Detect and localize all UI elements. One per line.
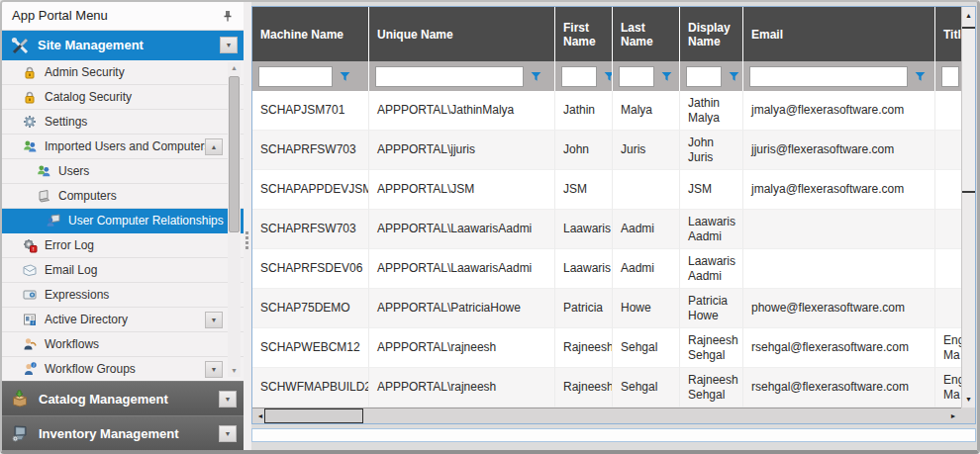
table-row[interactable]: SCHAPRFSW703APPPORTAL\jjurisJohnJurisJoh…: [252, 131, 961, 170]
table-row[interactable]: SCHAPWEBCM12APPPORTAL\rajneeshRajneeshSe…: [252, 328, 961, 368]
cell-text: SCHAPRFSW703: [260, 222, 356, 236]
column-header-title[interactable]: Title: [935, 7, 961, 61]
column-header-display-name[interactable]: Display Name: [680, 7, 743, 61]
scrollbar-up-arrow[interactable]: ▲: [228, 62, 241, 74]
table-cell: Jathin: [555, 91, 613, 131]
table-cell: Howe: [613, 289, 680, 328]
sidebar-item-workflows[interactable]: Workflows: [2, 332, 244, 357]
pin-icon[interactable]: [220, 8, 236, 24]
column-header-label: Email: [751, 28, 783, 42]
sidebar-item-imported-users-and-computers[interactable]: Imported Users and Computers▲: [2, 135, 244, 159]
sidebar-item-expressions[interactable]: Expressions: [2, 283, 244, 308]
sidebar-item-user-computer-relationships[interactable]: User Computer Relationships: [2, 209, 244, 233]
table-cell: rsehgal@flexerasoftware.com: [743, 328, 935, 368]
filter-input-machine-name[interactable]: [258, 66, 333, 87]
dropdown-arrow-button[interactable]: ▼: [205, 361, 223, 378]
sidebar-scrollbar[interactable]: ▲ ▼: [228, 62, 241, 377]
table-cell: Rajneesh Sehgal: [680, 368, 743, 408]
sidebar-bottom-sections: Catalog Management▼Inventory Management▼: [2, 381, 244, 450]
table-cell: Patricia: [555, 289, 613, 328]
splitter-handle[interactable]: [244, 2, 251, 450]
column-header-email[interactable]: Email: [743, 7, 935, 61]
dropdown-arrow-button[interactable]: ▼: [219, 391, 237, 408]
column-header-label: Unique Name: [377, 28, 453, 42]
sidebar-item-label: Workflows: [45, 337, 99, 351]
table-cell: APPPORTAL\JSM: [369, 170, 555, 210]
table-cell: [935, 210, 961, 249]
dropdown-arrow-button[interactable]: ▼: [219, 425, 237, 442]
sidebar-item-computers[interactable]: Computers: [2, 184, 244, 209]
sidebar-item-workflow-groups[interactable]: iWorkflow Groups▼: [2, 357, 244, 381]
filter-input-display-name[interactable]: [686, 66, 722, 87]
table-cell: Rajneesh Sehgal: [680, 328, 743, 368]
table-cell: [935, 91, 961, 131]
filter-input-last-name[interactable]: [619, 66, 654, 87]
table-row[interactable]: SCHAPRFSDEV06APPPORTAL\LaawarisAadmiLaaw…: [252, 249, 961, 289]
sidebar-item-settings[interactable]: Settings: [2, 110, 244, 135]
scrollbar-thumb[interactable]: [229, 76, 240, 232]
section-header-catalog-management[interactable]: Catalog Management▼: [2, 381, 244, 415]
dropdown-arrow-button[interactable]: ▼: [205, 312, 223, 328]
section-label: Catalog Management: [39, 392, 168, 407]
column-header-label: Last Name: [621, 21, 675, 48]
section-header-site-management[interactable]: Site Management ▼: [2, 31, 244, 60]
sidebar-item-label: Users: [58, 164, 89, 178]
table-cell: SCHAP75DEMO: [252, 289, 369, 328]
table-cell: [935, 131, 961, 170]
cell-text: John: [563, 142, 589, 157]
cell-text: SCHAP75DEMO: [260, 301, 350, 316]
sidebar-item-catalog-security[interactable]: Catalog Security: [2, 85, 244, 110]
table-row[interactable]: SCHAPAPPDEVJSMAPPPORTAL\JSMJSMJSMjmalya@…: [252, 170, 961, 210]
filter-cell-first-name: [555, 61, 613, 91]
sidebar-item-users[interactable]: Users: [2, 159, 244, 184]
table-cell: SCHAPJSM701: [252, 91, 369, 131]
table-row[interactable]: SCHWFMAPBUILD2APPPORTAL\rajneeshRajneesh…: [252, 368, 961, 408]
funnel-icon: [914, 70, 927, 83]
scroll-right-arrow[interactable]: ►: [946, 409, 960, 423]
cell-text: Rajneesh Sehgal: [688, 373, 738, 403]
table-row[interactable]: SCHAPJSM701APPPORTAL\JathinMalyaJathinMa…: [252, 91, 961, 131]
table-cell: jmalya@flexerasoftware.com: [743, 170, 935, 210]
table-row[interactable]: SCHAPRFSW703APPPORTAL\LaawarisAadmiLaawa…: [252, 210, 961, 249]
table-cell: APPPORTAL\LaawarisAadmi: [369, 210, 555, 249]
horizontal-scroll-thumb[interactable]: [264, 409, 363, 423]
sidebar-item-email-log[interactable]: Email Log: [2, 258, 244, 283]
column-header-last-name[interactable]: Last Name: [613, 7, 680, 61]
filter-input-first-name[interactable]: [561, 66, 597, 87]
table-cell: phowe@flexerasoftware.com: [743, 289, 935, 328]
horizontal-scrollbar[interactable]: ◄ ►: [252, 408, 961, 423]
sidebar-item-admin-security[interactable]: Admin Security: [2, 60, 244, 85]
vertical-scroll-thumb[interactable]: [962, 27, 975, 193]
scroll-up-arrow[interactable]: ▲: [962, 9, 975, 22]
cell-text: SCHAPRFSW703: [260, 142, 356, 157]
user-computer-icon: [46, 213, 61, 228]
column-header-machine-name[interactable]: Machine Name: [252, 7, 369, 61]
scroll-down-arrow[interactable]: ▼: [962, 393, 975, 406]
filter-cell-machine-name: [252, 61, 369, 91]
section-header-inventory-management[interactable]: Inventory Management▼: [2, 415, 244, 450]
gear-icon: [22, 114, 38, 130]
column-header-unique-name[interactable]: Unique Name: [369, 7, 555, 61]
table-cell: Aadmi: [613, 249, 680, 289]
vertical-scrollbar[interactable]: ▲ ▼: [961, 7, 975, 408]
table-cell: Eng Ma: [935, 368, 961, 408]
cell-text: JSM: [563, 182, 587, 197]
filter-input-title[interactable]: [941, 66, 959, 87]
table-cell: Juris: [613, 131, 680, 170]
filter-input-email[interactable]: [749, 66, 908, 87]
collapse-arrow-button[interactable]: ▲: [205, 138, 223, 155]
cell-text: Eng Ma: [943, 373, 961, 403]
cell-text: Juris: [621, 142, 645, 157]
table-cell: SCHAPRFSW703: [252, 131, 369, 170]
cell-text: Jathin: [563, 103, 595, 118]
column-header-first-name[interactable]: First Name: [555, 7, 613, 61]
table-row[interactable]: SCHAP75DEMOAPPPORTAL\PatriciaHowePatrici…: [252, 289, 961, 328]
expressions-icon: [22, 287, 38, 303]
section-collapse-button[interactable]: ▼: [220, 37, 238, 53]
sidebar-item-active-directory[interactable]: iActive Directory▼: [2, 308, 244, 332]
filter-input-unique-name[interactable]: [375, 66, 524, 87]
cell-text: Laawaris: [563, 261, 611, 276]
table-cell: Jathin Malya: [680, 91, 743, 131]
scrollbar-down-arrow[interactable]: ▼: [228, 365, 241, 377]
sidebar-item-error-log[interactable]: !Error Log: [2, 233, 244, 258]
